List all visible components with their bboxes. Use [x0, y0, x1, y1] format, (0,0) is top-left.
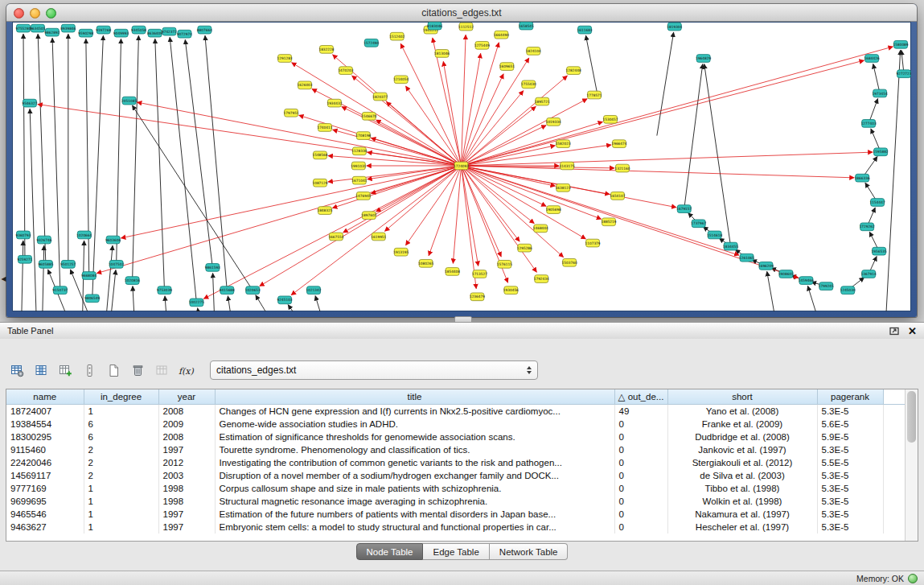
graph-node[interactable]: 1107379 — [585, 239, 601, 247]
row-height-icon[interactable] — [79, 360, 101, 381]
graph-node[interactable]: 1626003 — [298, 81, 313, 89]
table-row[interactable]: 1938455462009Genome-wide association stu… — [6, 418, 907, 431]
graph-node[interactable]: 1664490 — [494, 31, 509, 39]
graph-node[interactable]: 1609651 — [499, 63, 515, 71]
float-panel-icon[interactable] — [889, 326, 900, 336]
memory-status-icon[interactable] — [908, 574, 918, 583]
table-selector-dropdown[interactable]: citations_edges.txt — [210, 360, 538, 380]
graph-node[interactable]: 1548568 — [312, 151, 327, 159]
graph-node[interactable]: 1087129 — [312, 179, 327, 187]
graph-node[interactable]: 1908605 — [778, 270, 794, 278]
table-row[interactable]: 969969511998Structural magnetic resonanc… — [6, 495, 907, 508]
graph-node[interactable]: 1813046 — [434, 50, 450, 58]
graph-node[interactable]: 1991031 — [351, 162, 366, 170]
network-canvas[interactable]: 1724092181304612754491609651175543018957… — [12, 22, 911, 311]
graph-node[interactable]: 1047502 — [109, 260, 124, 268]
close-button[interactable] — [14, 8, 24, 19]
graph-node[interactable]: 9755280 — [15, 24, 31, 32]
graph-node[interactable]: 1459466 — [799, 277, 814, 285]
table-row[interactable]: 1872400712008Changes of HCN gene express… — [6, 405, 907, 418]
graph-node[interactable]: 9415688 — [220, 286, 235, 295]
graph-node[interactable]: 1019334 — [546, 118, 561, 126]
graph-node[interactable]: 9197268 — [96, 26, 111, 34]
graph-node[interactable]: 1476945 — [355, 192, 371, 200]
graph-node[interactable]: 9272723 — [897, 70, 911, 78]
column-header-4[interactable]: △ out_de... — [614, 389, 667, 405]
add-column-icon[interactable] — [55, 360, 76, 381]
graph-node[interactable]: 1576115 — [497, 260, 512, 268]
graph-node[interactable]: 1934432 — [326, 99, 342, 107]
graph-node[interactable]: 1820377 — [372, 93, 388, 101]
graph-node[interactable]: 1582023 — [556, 140, 571, 148]
graph-node[interactable]: 1797951 — [284, 109, 299, 117]
delete-table-icon[interactable] — [127, 360, 149, 381]
graph-node[interactable]: 1154447 — [870, 199, 885, 207]
graph-node[interactable]: 1021342 — [306, 286, 321, 295]
column-header-2[interactable]: year — [158, 389, 215, 405]
column-header-5[interactable]: short — [667, 389, 817, 405]
zoom-button[interactable] — [46, 8, 56, 19]
graph-node[interactable]: 1367914 — [861, 270, 877, 278]
graph-node[interactable]: 9049993 — [113, 29, 129, 37]
graph-node[interactable]: 9862892 — [44, 28, 60, 36]
graph-node[interactable]: 1611683 — [577, 26, 593, 34]
graph-node[interactable]: 1291283 — [277, 55, 293, 63]
table-row[interactable]: 1456911722003Disruption of a novel membe… — [6, 469, 907, 482]
graph-node[interactable]: 1546670 — [361, 112, 376, 120]
graph-node[interactable]: 1729262 — [860, 223, 875, 231]
graph-node[interactable]: 1778571 — [587, 91, 602, 99]
graph-node[interactable]: 8939846 — [60, 24, 76, 32]
graph-node[interactable]: 9072974 — [177, 30, 192, 38]
graph-node[interactable]: 9605885 — [38, 260, 53, 268]
graph-node[interactable]: 9668084 — [81, 272, 97, 280]
graph-node[interactable]: 1671041 — [351, 176, 367, 184]
graph-node[interactable]: 1321160 — [614, 164, 630, 172]
graph-node[interactable]: 8183046 — [427, 22, 442, 30]
graph-node[interactable]: 9546327 — [22, 99, 37, 107]
graph-node[interactable]: 1848325 — [317, 207, 332, 215]
graph-node[interactable]: 1696209 — [758, 262, 774, 270]
graph-node[interactable]: 1724092 — [454, 162, 469, 170]
graph-node[interactable]: 1282448 — [566, 67, 581, 75]
graph-node[interactable]: 9150737 — [52, 286, 68, 295]
graph-node[interactable]: 1470203 — [338, 67, 353, 75]
graph-node[interactable]: 8807664 — [197, 26, 212, 34]
graph-node[interactable]: 1295286 — [517, 244, 532, 252]
graph-node[interactable]: 1020816 — [125, 277, 140, 285]
graph-node[interactable]: 1819304 — [667, 23, 682, 31]
table-row[interactable]: 1830029562008Estimation of significance … — [6, 431, 907, 443]
column-header-6[interactable]: pagerank — [817, 389, 883, 405]
graph-node[interactable]: 1713527 — [472, 270, 487, 278]
function-builder-icon[interactable]: f(x) — [175, 360, 197, 381]
graph-node[interactable]: 1824104 — [526, 47, 541, 56]
minimize-button[interactable] — [30, 8, 40, 19]
graph-node[interactable]: 9326746 — [36, 236, 51, 244]
graph-node[interactable]: 9753039 — [157, 286, 172, 295]
graph-node[interactable]: 1973454 — [873, 89, 888, 97]
graph-node[interactable]: 1866336 — [855, 174, 870, 182]
tab-network-table[interactable]: Network Table — [490, 543, 569, 560]
graph-node[interactable]: 1684426 — [864, 55, 880, 63]
graph-node[interactable]: 1956535 — [872, 247, 887, 255]
graph-node[interactable]: 1020664 — [76, 231, 92, 239]
graph-node[interactable]: 1277403 — [861, 120, 877, 128]
table-row[interactable]: 2242004622012Investigating the contribut… — [6, 456, 907, 469]
tab-node-table[interactable]: Node Table — [356, 543, 424, 560]
graph-node[interactable]: 1755430 — [521, 80, 536, 89]
column-header-0[interactable]: name — [6, 389, 84, 405]
graph-node[interactable]: 2051085 — [121, 97, 137, 105]
graph-node[interactable]: 9861593 — [205, 264, 220, 272]
graph-node[interactable]: 1128330 — [351, 147, 367, 155]
graph-node[interactable]: 1740411 — [317, 124, 332, 132]
graph-node[interactable]: 1897607 — [361, 212, 376, 220]
table-row[interactable]: 977716911998Corpus callosum shape and si… — [6, 482, 907, 495]
graph-node[interactable]: 1905698 — [546, 206, 561, 214]
graph-node[interactable]: 1503760 — [562, 258, 577, 266]
graph-node[interactable]: 1913195 — [393, 248, 409, 256]
graph-node[interactable]: 1020653 — [245, 286, 261, 295]
graph-node[interactable]: 1530457 — [602, 115, 618, 123]
graph-node[interactable]: 9259271 — [17, 255, 32, 263]
graph-node[interactable]: 9501257 — [60, 260, 76, 268]
graph-node[interactable]: 1214054 — [393, 76, 409, 84]
import-table-icon[interactable] — [151, 360, 173, 381]
